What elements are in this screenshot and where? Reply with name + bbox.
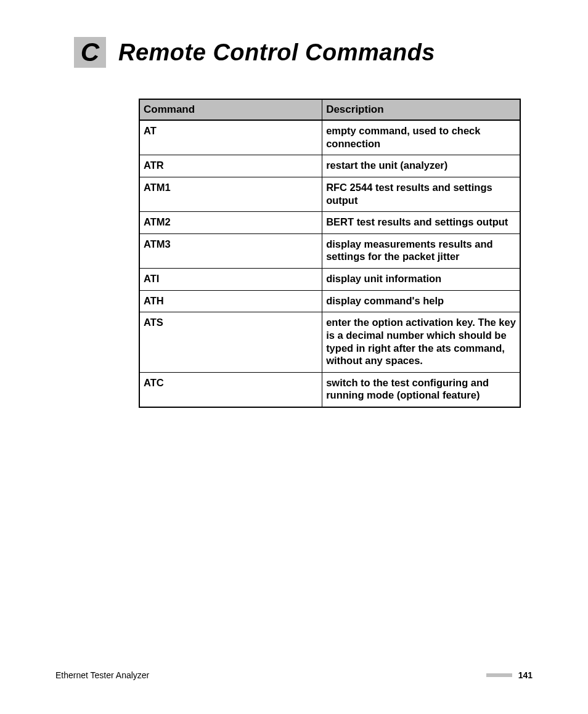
document-page: C Remote Control Commands Command Descri…	[0, 0, 588, 714]
cell-description: restart the unit (analyzer)	[322, 155, 520, 177]
cell-command: AT	[139, 120, 322, 155]
page-footer: Ethernet Tester Analyzer 141	[55, 670, 533, 680]
table-row: ATM1RFC 2544 test results and settings o…	[139, 177, 520, 211]
cell-description: display measurements results and setting…	[322, 233, 520, 268]
table-row: ATRrestart the unit (analyzer)	[139, 155, 520, 177]
appendix-letter-badge: C	[74, 37, 106, 68]
footer-accent-bar	[486, 673, 512, 677]
cell-command: ATS	[139, 312, 322, 373]
cell-description: display command's help	[322, 290, 520, 312]
appendix-title: Remote Control Commands	[118, 39, 435, 66]
table-row: ATHdisplay command's help	[139, 290, 520, 312]
table-row: ATM2BERT test results and settings outpu…	[139, 212, 520, 234]
cell-command: ATI	[139, 269, 322, 291]
header-command: Command	[139, 99, 322, 120]
cell-command: ATR	[139, 155, 322, 177]
appendix-heading: C Remote Control Commands	[74, 37, 533, 68]
cell-description: empty command, used to check connection	[322, 120, 520, 155]
cell-description: display unit information	[322, 269, 520, 291]
cell-command: ATH	[139, 290, 322, 312]
cell-command: ATM2	[139, 212, 322, 234]
table-row: ATIdisplay unit information	[139, 269, 520, 291]
cell-description: BERT test results and settings output	[322, 212, 520, 234]
cell-description: enter the option activation key. The key…	[322, 312, 520, 373]
commands-tbody: ATempty command, used to check connectio…	[139, 120, 520, 407]
footer-product-name: Ethernet Tester Analyzer	[55, 670, 149, 680]
table-row: ATSenter the option activation key. The …	[139, 312, 520, 373]
footer-page-number: 141	[518, 670, 533, 680]
table-row: ATCswitch to the test configuring and ru…	[139, 372, 520, 407]
footer-right: 141	[486, 670, 533, 680]
header-description: Description	[322, 99, 520, 120]
cell-command: ATM3	[139, 233, 322, 268]
table-row: ATM3display measurements results and set…	[139, 233, 520, 268]
table-row: ATempty command, used to check connectio…	[139, 120, 520, 155]
cell-description: RFC 2544 test results and settings outpu…	[322, 177, 520, 211]
cell-command: ATM1	[139, 177, 322, 211]
table-header-row: Command Description	[139, 99, 520, 120]
commands-table: Command Description ATempty command, use…	[139, 99, 521, 408]
cell-command: ATC	[139, 372, 322, 407]
cell-description: switch to the test configuring and runni…	[322, 372, 520, 407]
